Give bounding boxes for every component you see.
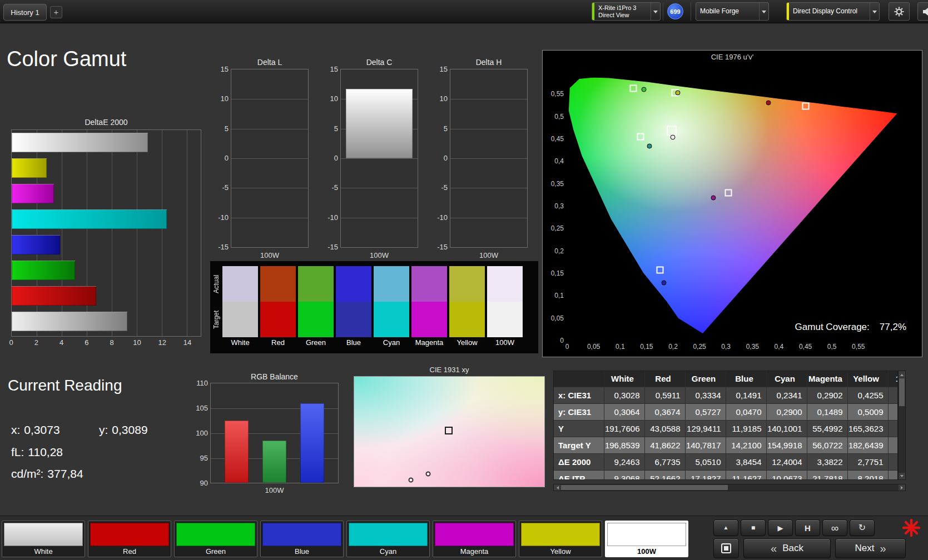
display-control-dropdown[interactable]: Direct Display Control — [786, 2, 880, 21]
patch-button-blue[interactable]: Blue — [260, 521, 344, 557]
transport-pause-button[interactable]: H — [795, 519, 820, 536]
transport-refresh-button[interactable]: ↻ — [850, 519, 875, 536]
back-button[interactable]: « Back — [743, 538, 831, 558]
cie1931-plot-area — [354, 376, 545, 487]
measured-point — [408, 478, 413, 483]
swatch-label: White — [222, 337, 258, 348]
column-header-green: Green — [685, 371, 726, 387]
patch-button-red[interactable]: Red — [88, 521, 171, 557]
transport-play-button[interactable]: ▶ — [768, 519, 793, 536]
x-axis-label: 100W — [450, 251, 528, 259]
table-horizontal-scrollbar[interactable] — [553, 484, 906, 491]
x-tick-label: 0,25 — [693, 343, 706, 351]
y-tick-label: -10 — [214, 213, 229, 222]
refresh-icon: ↻ — [858, 523, 866, 532]
alert-button[interactable] — [901, 517, 922, 538]
patch-button-yellow[interactable]: Yellow — [519, 521, 602, 557]
target-marker-magenta — [725, 189, 732, 197]
meter-dropdown[interactable]: X-Rite i1Pro 3 Direct View — [592, 2, 661, 21]
target-marker-blue — [657, 266, 664, 273]
arrow-down-icon — [900, 475, 904, 479]
color-patch — [262, 523, 341, 546]
vertical-scroll-thumb[interactable] — [899, 378, 905, 406]
page-title: Color Gamut — [7, 47, 126, 71]
stop-large-button[interactable] — [713, 538, 739, 558]
session-count-value: 699 — [670, 8, 680, 15]
column-header — [554, 371, 604, 387]
row-label: Target Y — [554, 437, 604, 453]
next-button-label: Next — [855, 543, 874, 554]
deltae-x-tick-label: 2 — [34, 338, 38, 347]
measured-point-green — [642, 87, 647, 92]
transport-continuous-button[interactable]: ∞ — [822, 519, 847, 536]
swatch-label: Magenta — [411, 337, 447, 348]
gridline — [231, 158, 308, 159]
next-button[interactable]: Next » — [835, 538, 906, 558]
cie1976-diagram: CIE 1976 u'v' — [542, 50, 922, 357]
deltae-bar-red — [12, 286, 96, 306]
swatch-label: Green — [298, 337, 334, 348]
cell-value: 0,4255 — [847, 387, 888, 403]
gridline — [450, 99, 527, 99]
actual-swatch — [411, 266, 447, 302]
scroll-left-button[interactable] — [554, 484, 560, 491]
y-tick-label: 105 — [195, 404, 208, 412]
gamut-coverage: Gamut Coverage: 77,2% — [795, 322, 906, 333]
cell-value: 14,2100 — [726, 437, 766, 453]
calibration-app: History 1 + X-Rite i1Pro 3 Direct View 6… — [0, 0, 928, 560]
cell-value: 37 — [888, 420, 898, 437]
source-dropdown[interactable]: Mobile Forge — [696, 2, 769, 21]
patch-button-green[interactable]: Green — [174, 521, 257, 557]
row-label: y: CIE31 — [554, 403, 604, 420]
cell-value: 8,2018 — [847, 470, 888, 480]
patch-button-magenta[interactable]: Magenta — [433, 521, 516, 557]
patch-button-label: White — [2, 546, 85, 557]
y-tick-label: -15 — [324, 243, 338, 251]
horizontal-scroll-thumb[interactable] — [561, 485, 728, 490]
delta-chart-delta-h: Delta H151050-5-10-15100W — [433, 58, 529, 262]
column-header-white: White — [604, 371, 644, 387]
table-vertical-scrollbar[interactable] — [898, 371, 906, 480]
column-header-yellow: Yellow — [847, 371, 888, 387]
tab-history-1[interactable]: History 1 — [3, 4, 47, 21]
measured-point-white — [671, 134, 676, 139]
cell-value: 165,3623 — [847, 420, 888, 437]
chevron-down-icon — [651, 3, 660, 20]
audio-button[interactable] — [917, 2, 928, 21]
plus-icon: + — [54, 7, 59, 17]
back-button-label: Back — [782, 543, 803, 554]
add-tab-button[interactable]: + — [50, 6, 62, 18]
patch-button-cyan[interactable]: Cyan — [346, 521, 430, 557]
swatch-comparison-panel: Actual Target WhiteRedGreenBlueCyanMagen… — [210, 261, 538, 353]
patch-button-label: 100W — [606, 546, 688, 557]
transport-stop-button[interactable]: ■ — [741, 519, 766, 536]
cell-value: 6,7735 — [644, 453, 685, 470]
y-tick-label: 0,25 — [543, 224, 564, 232]
reading-cd: cd/m²:377,84 — [11, 467, 83, 481]
deltae-x-tick-label: 6 — [85, 338, 88, 347]
rgb-balance-plot-area — [210, 383, 339, 483]
scroll-up-button[interactable] — [899, 371, 905, 378]
cell-value: 43,0588 — [644, 420, 685, 437]
cell-value: 11,1627 — [726, 470, 766, 480]
x-axis-label: 100W — [231, 251, 309, 259]
patch-button-100w[interactable]: 100W — [605, 521, 688, 557]
current-reading-panel: Current Reading x:0,3073 y:0,3089 fL:110… — [8, 377, 186, 488]
patch-button-row: WhiteRedGreenBlueCyanMagentaYellow100W — [2, 521, 688, 557]
transport-collapse-button[interactable]: ▲ — [713, 519, 738, 536]
scroll-down-button[interactable] — [899, 473, 905, 479]
settings-button[interactable] — [889, 2, 910, 21]
cell-value: 0,3028 — [604, 387, 644, 403]
table-row: x: CIE310,30280,59110,33340,14910,23410,… — [554, 387, 898, 403]
deltae-bar-green — [12, 261, 75, 280]
deltae-x-tick-label: 4 — [59, 338, 63, 347]
target-marker-red — [802, 103, 810, 110]
gridline — [341, 188, 418, 188]
cell-value: 0,3334 — [685, 387, 726, 403]
scroll-right-button[interactable] — [899, 484, 905, 491]
session-count-badge[interactable]: 699 — [667, 3, 683, 19]
column-header-magenta: Magenta — [807, 371, 847, 387]
swatch-column-magenta: Magenta — [411, 266, 447, 348]
swatch-column-green: Green — [298, 266, 334, 348]
patch-button-white[interactable]: White — [2, 521, 85, 557]
